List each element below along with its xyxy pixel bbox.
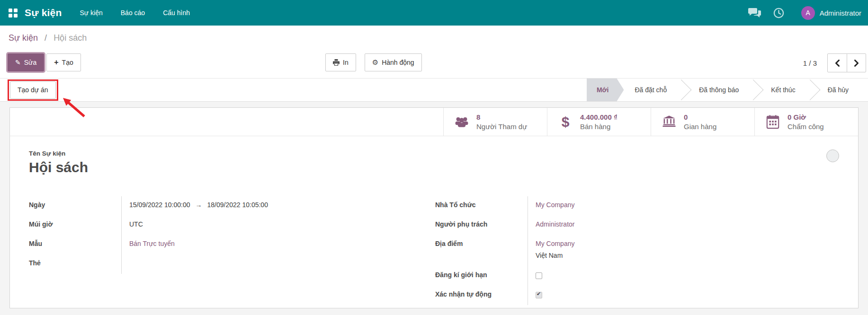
left-field-group: Ngày 15/09/2022 10:00:00→18/09/2022 10:0…: [29, 196, 413, 274]
menu-bao-cao[interactable]: Báo cáo: [121, 9, 145, 17]
field-label: Mẫu: [29, 235, 121, 254]
venue-link[interactable]: My Company: [536, 240, 574, 247]
user-menu[interactable]: A Administrator: [801, 6, 861, 20]
stage-da-thong-bao[interactable]: Đã thông báo: [689, 79, 749, 101]
organizer-link[interactable]: My Company: [536, 201, 574, 209]
field-row-tags: Thẻ: [29, 254, 413, 274]
stat-label: Người Tham dự: [476, 122, 527, 131]
date-end-value: 18/09/2022 10:05:00: [207, 201, 268, 209]
stage-da-huy[interactable]: Đã hủy: [818, 79, 859, 101]
field-label: Địa điểm: [435, 235, 528, 266]
timezone-value: UTC: [121, 216, 413, 235]
messages-icon[interactable]: [748, 8, 761, 18]
field-label: Múi giờ: [29, 216, 121, 235]
stands-stat-button[interactable]: 0 Gian hàng: [651, 108, 754, 136]
username: Administrator: [820, 9, 861, 17]
stage-separator-icon: [749, 79, 761, 101]
stat-label: Gian hàng: [684, 122, 716, 131]
image-placeholder-circle[interactable]: [826, 149, 839, 162]
venue-country: Việt Nam: [536, 252, 833, 259]
auto-confirm-checkbox[interactable]: ✔: [536, 292, 542, 298]
printer-icon: [333, 59, 340, 66]
field-row-venue: Địa điểm My Company Việt Nam: [435, 235, 833, 266]
stat-label: Bán hàng: [580, 122, 617, 131]
field-row-limit-registration: Đăng kí giới hạn: [435, 266, 833, 286]
field-label: Nhà Tổ chức: [435, 196, 528, 216]
stat-value: 0 Giờ: [787, 113, 824, 122]
stage-da-dat-cho[interactable]: Đã đặt chỗ: [625, 79, 677, 101]
field-label: Thẻ: [29, 254, 121, 274]
tags-value[interactable]: [121, 254, 413, 274]
event-name-label: Tên Sự kiện: [29, 150, 88, 157]
field-row-organizer: Nhà Tổ chức My Company: [435, 196, 833, 216]
avatar: A: [801, 6, 815, 20]
sales-stat-button[interactable]: $ 4.400.000 ₫ Bán hàng: [547, 108, 651, 136]
menu-cau-hinh[interactable]: Cấu hình: [163, 9, 190, 17]
plus-icon: +: [54, 58, 58, 67]
breadcrumb-parent[interactable]: Sự kiện: [9, 33, 38, 43]
content-area: 8 Người Tham dự $ 4.400.000 ₫ Bán hàng: [0, 102, 868, 315]
activities-clock-icon[interactable]: [773, 8, 784, 18]
stat-label: Chấm công: [787, 122, 824, 131]
field-label: Xác nhận tự động: [435, 286, 528, 305]
field-row-timezone: Múi giờ UTC: [29, 216, 413, 235]
print-button[interactable]: In: [325, 53, 356, 71]
pager-next-icon[interactable]: [847, 54, 866, 72]
arrow-right-icon: →: [195, 201, 202, 209]
field-row-responsible: Người phụ trách Administrator: [435, 216, 833, 235]
stage-pills: Mới Đã đặt chỗ Đã thông báo Kết thúc Đã …: [587, 79, 868, 101]
gear-icon: ⚙: [372, 58, 378, 67]
menu-su-kien[interactable]: Sự kiện: [80, 9, 102, 17]
app-brand[interactable]: Sự kiện: [25, 7, 62, 18]
edit-button[interactable]: ✎ Sửa: [8, 53, 44, 71]
top-navbar: Sự kiện Sự kiện Báo cáo Cấu hình A Admin…: [0, 0, 868, 26]
field-row-template: Mẫu Bán Trực tuyến: [29, 235, 413, 254]
control-panel: Sự kiện / Hội sách ✎ Sửa + Tạo In ⚙: [0, 26, 868, 78]
limit-registration-checkbox[interactable]: [536, 272, 542, 279]
breadcrumb: Sự kiện / Hội sách: [0, 26, 868, 43]
action-button[interactable]: ⚙ Hành động: [365, 53, 422, 71]
field-label: Ngày: [29, 196, 121, 216]
timesheet-stat-button[interactable]: 0 Giờ Chấm công: [754, 108, 858, 136]
attendees-stat-button[interactable]: 8 Người Tham dự: [443, 108, 547, 136]
dollar-icon: $: [557, 115, 574, 129]
field-label: Người phụ trách: [435, 216, 528, 235]
bank-icon: [661, 115, 678, 128]
field-row-auto-confirm: Xác nhận tự động ✔: [435, 286, 833, 305]
stage-ket-thuc[interactable]: Kết thúc: [761, 79, 805, 101]
responsible-link[interactable]: Administrator: [536, 220, 574, 228]
stage-moi[interactable]: Mới: [587, 79, 624, 101]
stat-value: 8: [476, 113, 527, 122]
right-field-group: Nhà Tổ chức My Company Người phụ trách A…: [435, 196, 833, 305]
field-label: Đăng kí giới hạn: [435, 266, 528, 286]
pager-previous-icon[interactable]: [828, 54, 847, 72]
form-sheet: 8 Người Tham dự $ 4.400.000 ₫ Bán hàng: [9, 107, 859, 308]
stage-separator-icon: [805, 79, 818, 101]
breadcrumb-current: Hội sách: [54, 33, 87, 43]
checkmark-icon: ✔: [537, 291, 541, 297]
create-project-button[interactable]: Tạo dự án: [10, 81, 56, 99]
stat-button-box: 8 Người Tham dự $ 4.400.000 ₫ Bán hàng: [10, 108, 858, 136]
event-name-value: Hội sách: [29, 159, 88, 175]
stat-value: 0: [684, 113, 716, 122]
pager-count: 1 / 3: [803, 59, 817, 67]
create-button[interactable]: + Tạo: [46, 53, 81, 71]
field-row-date: Ngày 15/09/2022 10:00:00→18/09/2022 10:0…: [29, 196, 413, 216]
apps-menu-icon[interactable]: [9, 9, 18, 18]
form-statusbar: Tạo dự án Mới Đã đặt chỗ Đã thông báo Kế…: [0, 78, 868, 102]
pencil-icon: ✎: [15, 59, 21, 66]
stat-value: 4.400.000 ₫: [580, 113, 617, 122]
users-icon: [453, 116, 470, 128]
breadcrumb-separator: /: [45, 33, 47, 43]
stage-separator-icon: [677, 79, 689, 101]
date-start-value: 15/09/2022 10:00:00: [129, 201, 190, 209]
template-link[interactable]: Bán Trực tuyến: [129, 240, 175, 247]
calendar-icon: [764, 115, 781, 129]
